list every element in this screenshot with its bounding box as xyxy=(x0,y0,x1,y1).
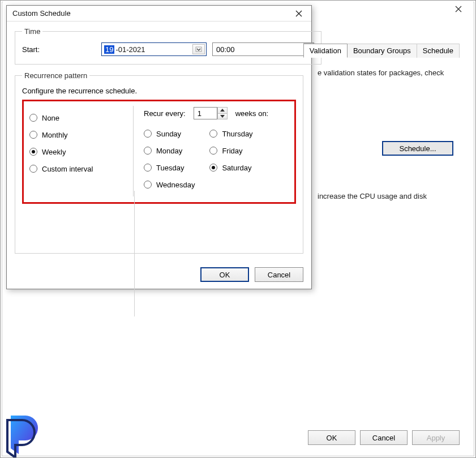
tab-label: Validation xyxy=(310,46,341,55)
tab-label: Schedule xyxy=(423,46,453,55)
tab-schedule[interactable]: Schedule xyxy=(417,44,460,58)
apply-button: Apply xyxy=(412,430,460,445)
start-time-field[interactable]: 00:00 xyxy=(212,42,314,56)
time-value: 00:00 xyxy=(216,45,303,54)
titlebar: Custom Schedule xyxy=(7,6,311,22)
highlight-box: None Monthly Weekly xyxy=(22,100,296,204)
ok-button[interactable]: OK xyxy=(308,430,355,445)
chevron-down-icon[interactable] xyxy=(192,44,205,54)
start-label: Start: xyxy=(22,45,96,54)
radio-icon xyxy=(144,181,152,189)
close-icon[interactable] xyxy=(289,7,309,20)
watermark-logo xyxy=(1,410,49,457)
radio-icon xyxy=(209,164,217,172)
tab-label: Boundary Groups xyxy=(353,46,411,55)
radio-none[interactable]: None xyxy=(29,109,131,126)
date-rest-part: -01-2021 xyxy=(115,45,191,54)
radio-icon xyxy=(144,147,152,155)
radio-label: None xyxy=(42,114,59,122)
radio-icon xyxy=(144,164,152,172)
radio-monthly[interactable]: Monthly xyxy=(29,126,131,143)
radio-icon xyxy=(29,165,37,173)
time-group: Time Start: 19 -01-2021 00:00 xyxy=(15,27,321,65)
weekly-options: Recur every: 1 xyxy=(134,106,290,196)
input-value: 1 xyxy=(198,109,201,118)
recur-suffix: weeks on: xyxy=(235,109,269,118)
ok-button[interactable]: OK xyxy=(200,267,249,282)
recurrence-type-list: None Monthly Weekly xyxy=(28,106,134,196)
background-text: increase the CPU usage and disk xyxy=(318,192,451,200)
radio-custom-interval[interactable]: Custom interval xyxy=(29,160,131,177)
button-label: OK xyxy=(220,271,230,279)
group-legend: Time xyxy=(22,27,42,36)
divider xyxy=(134,191,135,316)
recurrence-group: Recurrence pattern Configure the recurre… xyxy=(15,71,303,254)
background-text: e validation states for packages, check xyxy=(318,69,451,77)
weeks-spinner[interactable] xyxy=(217,107,228,119)
parent-close-icon[interactable] xyxy=(447,2,470,16)
schedule-button[interactable]: Schedule... xyxy=(382,141,453,156)
spin-down-icon[interactable] xyxy=(218,114,228,120)
button-label: Apply xyxy=(427,434,445,442)
radio-icon xyxy=(209,130,217,138)
button-label: Cancel xyxy=(372,434,395,442)
radio-label: Monthly xyxy=(42,131,68,139)
radio-label: Friday xyxy=(222,147,242,155)
cancel-button[interactable]: Cancel xyxy=(255,267,303,282)
radio-weekly[interactable]: Weekly xyxy=(29,143,131,160)
svg-rect-0 xyxy=(196,47,201,52)
tab-strip: Validation Boundary Groups Schedule xyxy=(304,44,460,58)
recurrence-desc: Configure the recurrence schedule. xyxy=(22,87,296,95)
radio-label: Thursday xyxy=(222,130,252,138)
radio-friday[interactable]: Friday xyxy=(209,142,252,159)
dialog-button-row: OK Cancel xyxy=(200,267,303,282)
radio-icon xyxy=(144,130,152,138)
start-date-picker[interactable]: 19 -01-2021 xyxy=(101,42,207,56)
radio-icon xyxy=(29,131,37,139)
radio-label: Monday xyxy=(156,147,182,155)
group-legend: Recurrence pattern xyxy=(22,71,89,80)
radio-thursday[interactable]: Thursday xyxy=(209,125,252,142)
button-label: Schedule... xyxy=(399,144,436,153)
radio-label: Saturday xyxy=(222,164,251,172)
radio-icon xyxy=(29,148,37,156)
radio-wednesday[interactable]: Wednesday xyxy=(144,176,195,193)
radio-icon xyxy=(209,147,217,155)
button-label: OK xyxy=(327,434,337,442)
recur-every-label: Recur every: xyxy=(144,109,186,118)
date-selected-part: 19 xyxy=(104,45,114,54)
radio-label: Sunday xyxy=(156,130,181,138)
cancel-button[interactable]: Cancel xyxy=(360,430,408,445)
radio-label: Weekly xyxy=(42,148,66,156)
tab-validation[interactable]: Validation xyxy=(303,44,348,58)
radio-label: Wednesday xyxy=(156,181,195,189)
parent-button-row: OK Cancel Apply xyxy=(308,430,460,445)
custom-schedule-dialog: Custom Schedule Time Start: 19 -01-2021 xyxy=(6,5,312,289)
dialog-title: Custom Schedule xyxy=(12,9,289,18)
radio-label: Custom interval xyxy=(42,165,93,173)
button-label: Cancel xyxy=(268,271,290,279)
radio-sunday[interactable]: Sunday xyxy=(144,125,195,142)
radio-label: Tuesday xyxy=(156,164,184,172)
radio-saturday[interactable]: Saturday xyxy=(209,159,252,176)
recur-weeks-input[interactable]: 1 xyxy=(194,107,217,119)
spin-up-icon[interactable] xyxy=(218,107,228,114)
radio-monday[interactable]: Monday xyxy=(144,142,195,159)
tab-boundary-groups[interactable]: Boundary Groups xyxy=(347,44,417,58)
radio-tuesday[interactable]: Tuesday xyxy=(144,159,195,176)
radio-icon xyxy=(29,114,37,122)
